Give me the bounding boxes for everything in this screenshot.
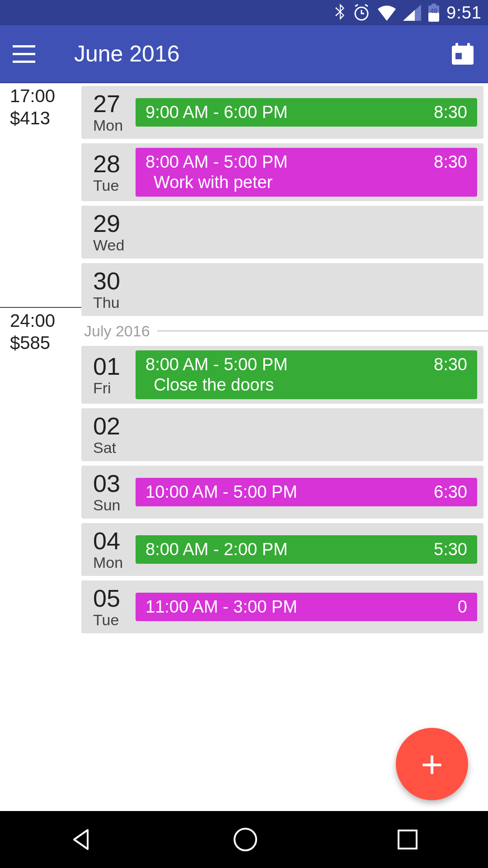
- day-row[interactable]: 02 Sat: [81, 408, 483, 461]
- plus-icon: +: [421, 745, 443, 783]
- svg-point-8: [235, 829, 256, 850]
- month-separator: July 2016: [81, 321, 488, 341]
- event-time: 10:00 AM - 5:00 PM: [145, 482, 297, 502]
- event-time: 8:00 AM - 2:00 PM: [145, 540, 288, 559]
- summary-hours: 17:00: [10, 86, 81, 106]
- day-row[interactable]: 29 Wed: [81, 206, 483, 259]
- event-time: 11:00 AM - 3:00 PM: [145, 597, 297, 617]
- event-block[interactable]: 8:00 AM - 5:00 PM 8:30 Work with peter: [136, 148, 477, 197]
- day-number: 05: [93, 586, 136, 610]
- battery-label: 48: [427, 7, 440, 14]
- day-weekday: Sun: [93, 496, 136, 514]
- event-note: Close the doors: [145, 375, 467, 395]
- day-row[interactable]: 28 Tue 8:00 AM - 5:00 PM 8:30 Work with …: [81, 143, 483, 201]
- today-icon[interactable]: [450, 41, 475, 66]
- month-label: July 2016: [84, 322, 150, 340]
- day-date: 02 Sat: [81, 413, 136, 457]
- status-bar: 48 9:51: [0, 0, 488, 25]
- back-icon[interactable]: [70, 827, 94, 852]
- home-icon[interactable]: [233, 827, 258, 852]
- day-row[interactable]: 04 Mon 8:00 AM - 2:00 PM 5:30: [81, 523, 483, 576]
- event-note: Work with peter: [145, 173, 467, 192]
- event-time: 9:00 AM - 6:00 PM: [145, 103, 288, 122]
- bluetooth-icon: [333, 4, 346, 22]
- day-row[interactable]: 03 Sun 10:00 AM - 5:00 PM 6:30: [81, 466, 483, 519]
- day-date: 28 Tue: [81, 148, 136, 197]
- day-number: 30: [93, 269, 136, 293]
- system-nav-bar: [0, 811, 488, 868]
- event-duration: 0: [458, 597, 467, 617]
- day-date: 29 Wed: [81, 210, 136, 254]
- divider-line: [157, 330, 488, 331]
- day-weekday: Tue: [93, 177, 136, 194]
- day-date: 30 Thu: [81, 268, 136, 311]
- day-number: 03: [93, 471, 136, 495]
- day-number: 27: [93, 91, 136, 116]
- svg-rect-4: [452, 46, 474, 65]
- event-duration: 8:30: [434, 103, 467, 122]
- summary-amount: $413: [10, 108, 81, 128]
- day-number: 02: [93, 414, 136, 438]
- event-time: 8:00 AM - 5:00 PM: [145, 355, 288, 374]
- day-number: 29: [93, 211, 136, 236]
- day-weekday: Wed: [93, 236, 136, 254]
- day-row[interactable]: 27 Mon 9:00 AM - 6:00 PM 8:30: [81, 86, 483, 139]
- day-date: 04 Mon: [81, 528, 136, 571]
- day-weekday: Mon: [93, 554, 136, 571]
- app-bar: June 2016: [0, 25, 488, 83]
- day-weekday: Fri: [93, 379, 136, 397]
- menu-icon[interactable]: [13, 39, 42, 68]
- event-duration: 6:30: [434, 482, 467, 502]
- day-number: 04: [93, 528, 136, 553]
- svg-rect-9: [399, 830, 417, 849]
- battery-icon: 48: [427, 4, 440, 22]
- agenda-content: 17:00 $413 24:00 $585 27 Mon 9:00 AM - 6…: [0, 83, 488, 811]
- event-duration: 5:30: [434, 540, 467, 559]
- cell-signal-icon: [403, 5, 421, 21]
- recent-apps-icon[interactable]: [397, 829, 418, 850]
- event-duration: 8:30: [434, 152, 467, 172]
- day-date: 05 Tue: [81, 585, 136, 629]
- summary-amount: $585: [10, 333, 81, 353]
- event-duration: 8:30: [434, 355, 467, 374]
- day-row[interactable]: 30 Thu: [81, 263, 483, 316]
- summary-sidebar: 17:00 $413 24:00 $585: [0, 83, 81, 353]
- day-date: 03 Sun: [81, 470, 136, 514]
- day-list[interactable]: 27 Mon 9:00 AM - 6:00 PM 8:30 28 Tue: [81, 83, 488, 638]
- event-block[interactable]: 9:00 AM - 6:00 PM 8:30: [136, 98, 477, 127]
- day-weekday: Tue: [93, 611, 136, 629]
- event-block[interactable]: 8:00 AM - 2:00 PM 5:30: [136, 535, 477, 564]
- day-number: 01: [93, 354, 136, 378]
- svg-rect-6: [467, 43, 470, 48]
- page-title[interactable]: June 2016: [74, 41, 450, 67]
- svg-rect-2: [432, 4, 436, 6]
- status-time: 9:51: [446, 3, 482, 23]
- add-button[interactable]: +: [396, 728, 468, 800]
- event-time: 8:00 AM - 5:00 PM: [145, 152, 288, 172]
- day-row[interactable]: 05 Tue 11:00 AM - 3:00 PM 0: [81, 580, 483, 633]
- alarm-icon: [352, 4, 371, 22]
- day-date: 27 Mon: [81, 90, 136, 134]
- day-weekday: Thu: [93, 294, 136, 311]
- wifi-icon: [377, 5, 397, 21]
- event-block[interactable]: 10:00 AM - 5:00 PM 6:30: [136, 478, 477, 506]
- svg-rect-5: [455, 43, 458, 48]
- day-weekday: Sat: [93, 439, 136, 457]
- day-weekday: Mon: [93, 117, 136, 134]
- svg-rect-7: [455, 53, 462, 59]
- day-number: 28: [93, 151, 136, 176]
- summary-hours: 24:00: [10, 311, 81, 331]
- day-date: 01 Fri: [81, 350, 136, 399]
- event-block[interactable]: 8:00 AM - 5:00 PM 8:30 Close the doors: [136, 350, 477, 399]
- day-row[interactable]: 01 Fri 8:00 AM - 5:00 PM 8:30 Close the …: [81, 346, 483, 404]
- event-block[interactable]: 11:00 AM - 3:00 PM 0: [136, 593, 477, 621]
